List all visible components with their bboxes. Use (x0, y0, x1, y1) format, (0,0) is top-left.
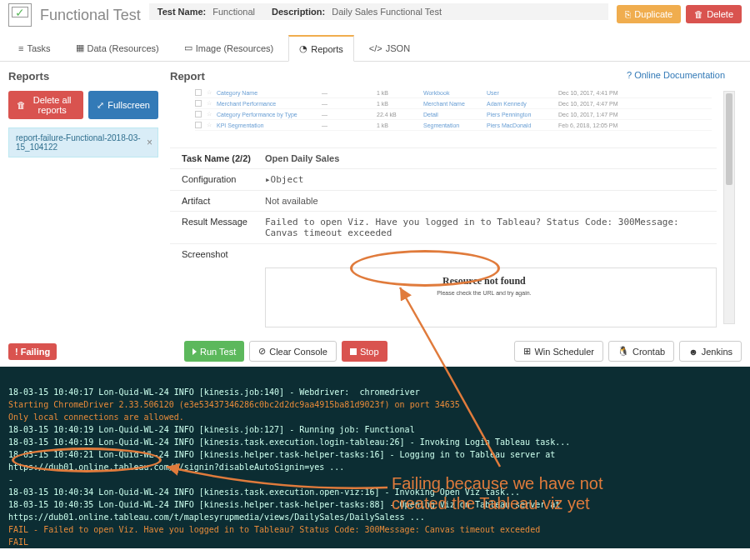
delete-all-reports-button[interactable]: 🗑Delete all reports (8, 91, 83, 119)
console-line: 18-03-15 10:40:21 Lon-Quid-WL-24 INFO [k… (8, 450, 560, 472)
duplicate-label: Duplicate (634, 9, 672, 19)
play-icon (192, 348, 197, 355)
row-date: Feb 6, 2018, 12:05 PM (558, 122, 633, 128)
meta-testname-label: Test Name: (158, 7, 206, 17)
fullscreen-label: Fullscreen (108, 100, 150, 110)
tab-data-resources[interactable]: ▦Data (Resources) (66, 35, 169, 61)
console-line: - (8, 475, 13, 484)
code-icon: </> (369, 43, 382, 53)
list-icon: ≡ (18, 43, 23, 53)
fullscreen-button[interactable]: ⤢Fullscreen (88, 91, 158, 119)
resource-not-found-sub: Please check the URL and try again. (437, 290, 531, 296)
star-icon[interactable]: ☆ (207, 100, 212, 107)
chart-icon: ◔ (299, 43, 308, 54)
close-icon[interactable]: × (147, 137, 152, 148)
table-row[interactable]: ☆ Category Name — 1 kB Workbook User Dec… (195, 88, 712, 98)
row-col2: — (322, 112, 372, 118)
table-row[interactable]: ☆ KPI Segmentation — 1 kB Segmentation P… (195, 120, 712, 131)
row-date: Dec 10, 2017, 4:47 PM (558, 101, 633, 107)
row-name: Category Name (217, 90, 317, 96)
star-icon[interactable]: ☆ (207, 89, 212, 96)
artifact-value: Not available (265, 196, 717, 206)
row-owner: Piers Pennington (487, 112, 553, 118)
meta-testname-value: Functional (212, 7, 255, 17)
tab-reports[interactable]: ◔Reports (288, 35, 354, 62)
row-owner: Piers MacDonald (487, 122, 553, 128)
report-scrollbar[interactable] (723, 91, 735, 324)
row-name: KPI Segmentation (217, 122, 317, 128)
row-size: 1 kB (377, 101, 418, 107)
windows-icon: ⊞ (523, 346, 531, 357)
run-test-button[interactable]: Run Test (184, 341, 244, 362)
tab-tasks[interactable]: ≡Tasks (8, 35, 61, 61)
stop-label: Stop (360, 347, 379, 357)
jenkins-button[interactable]: ☻Jenkins (679, 341, 742, 362)
app-logo-icon (8, 3, 32, 27)
run-label: Run Test (200, 347, 236, 357)
screenshot-label: Screenshot (182, 249, 265, 259)
help-icon: ? (627, 70, 632, 80)
row-size: 1 kB (377, 122, 418, 128)
artifact-label: Artifact (182, 196, 265, 206)
clear-label: Clear Console (269, 347, 328, 357)
jenkins-icon: ☻ (688, 347, 698, 357)
report-list-item[interactable]: report-failure-Functional-2018-03-15_104… (8, 128, 158, 158)
console-line: 18-03-15 10:40:19 Lon-Quid-WL-24 INFO [k… (8, 438, 570, 447)
stop-button[interactable]: Stop (342, 341, 388, 362)
checkbox-icon[interactable] (195, 111, 202, 118)
star-icon[interactable]: ☆ (207, 111, 212, 118)
configuration-value[interactable]: ▸Object (265, 174, 717, 185)
cron-label: Crontab (632, 347, 665, 357)
win-label: Win Scheduler (534, 347, 594, 357)
table-row[interactable]: ☆ Category Performance by Type — 22.4 kB… (195, 109, 712, 120)
win-scheduler-button[interactable]: ⊞Win Scheduler (514, 341, 603, 362)
report-list-item-label: report-failure-Functional-2018-03-15_104… (16, 133, 141, 152)
checkbox-icon[interactable] (195, 89, 202, 96)
tab-image-resources[interactable]: ▭Image (Resources) (174, 35, 284, 61)
jenkins-label: Jenkins (702, 347, 732, 357)
crontab-button[interactable]: 🐧Crontab (608, 341, 674, 362)
doc-link-label: Online Documentation (634, 70, 725, 80)
linux-icon: 🐧 (618, 346, 629, 357)
scrollbar-thumb[interactable] (726, 93, 732, 185)
task-name-value: Open Daily Sales (265, 153, 717, 163)
delete-label: Delete (707, 9, 733, 19)
meta-desc-label: Description: (272, 7, 325, 17)
clear-console-button[interactable]: ⊘Clear Console (249, 341, 337, 362)
expand-icon: ⤢ (97, 100, 104, 111)
stop-icon (350, 348, 357, 355)
online-documentation-link[interactable]: ?Online Documentation (627, 70, 725, 80)
tab-data-label: Data (Resources) (88, 43, 159, 53)
result-message-value: Failed to open Viz. Have you logged in t… (265, 217, 717, 238)
row-date: Dec 10, 2017, 4:41 PM (558, 90, 633, 96)
row-date: Dec 10, 2017, 1:47 PM (558, 112, 633, 118)
tab-json[interactable]: </>JSON (359, 35, 420, 61)
page-title: Functional Test (40, 7, 141, 24)
test-meta-bar: Test Name:Functional Description:Daily S… (149, 3, 609, 20)
trash-icon: 🗑 (694, 9, 703, 19)
meta-desc-value: Daily Sales Functional Test (332, 7, 442, 17)
delete-button[interactable]: 🗑Delete (686, 5, 742, 23)
star-icon[interactable]: ☆ (207, 122, 212, 128)
console-line: 18-03-15 10:40:35 Lon-Quid-WL-24 INFO [k… (8, 500, 565, 522)
resource-not-found-title: Resource not found (442, 275, 526, 287)
row-name: Merchant Performance (217, 101, 317, 107)
row-size: 1 kB (377, 90, 418, 96)
task-name-label: Task Name (2/2) (182, 153, 265, 163)
tab-json-label: JSON (386, 43, 410, 53)
table-row[interactable]: ☆ Merchant Performance — 1 kB Merchant N… (195, 98, 712, 109)
row-owner: Adam Kennedy (487, 101, 553, 107)
checkbox-icon[interactable] (195, 100, 202, 107)
copy-icon: ⎘ (625, 9, 631, 19)
screenshot-preview[interactable]: Resource not found Please check the URL … (265, 268, 717, 328)
row-col2: — (322, 122, 372, 128)
tab-image-label: Image (Resources) (196, 43, 274, 53)
tab-reports-label: Reports (311, 44, 343, 54)
console-output[interactable]: 18-03-15 10:40:17 Lon-Quid-WL-24 INFO [k… (0, 367, 750, 548)
checkbox-icon[interactable] (195, 122, 202, 128)
row-col4: Workbook (423, 90, 482, 96)
row-col4: Detail (423, 112, 482, 118)
duplicate-button[interactable]: ⎘Duplicate (617, 5, 681, 23)
row-col2: — (322, 90, 372, 96)
image-icon: ▭ (184, 42, 192, 53)
